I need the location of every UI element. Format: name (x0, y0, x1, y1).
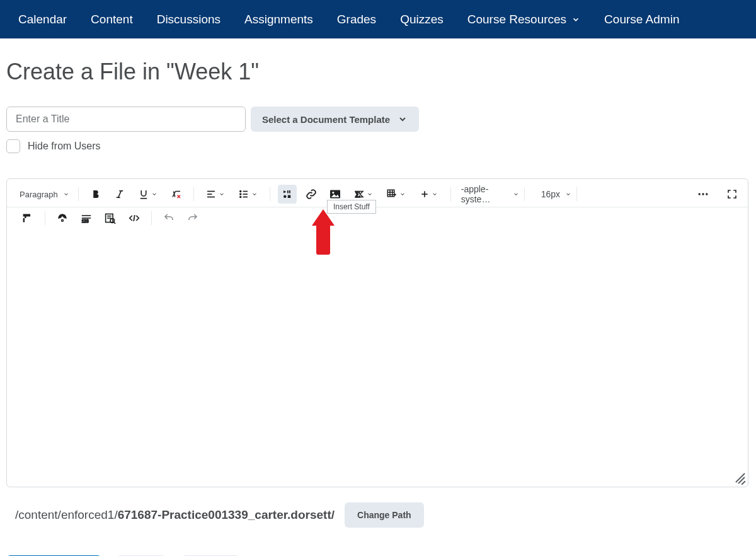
chevron-down-icon (399, 191, 406, 197)
chevron-down-icon (432, 191, 438, 197)
chevron-down-icon (151, 191, 158, 197)
svg-point-21 (332, 192, 334, 194)
nav-grades[interactable]: Grades (325, 0, 388, 38)
title-input[interactable] (6, 107, 246, 132)
svg-point-33 (699, 193, 701, 195)
word-count-button[interactable]: 123 (77, 209, 96, 228)
svg-point-34 (702, 193, 704, 195)
svg-point-10 (240, 194, 241, 195)
chevron-down-icon (398, 114, 408, 124)
preview-button[interactable] (101, 209, 120, 228)
bold-button[interactable] (86, 185, 105, 204)
clear-formatting-button[interactable] (167, 185, 186, 204)
editor-content-area[interactable] (7, 226, 748, 487)
nav-course-admin[interactable]: Course Admin (592, 0, 691, 38)
chevron-down-icon (565, 191, 571, 197)
format-label: Paragraph (20, 190, 58, 199)
svg-line-44 (114, 223, 115, 224)
format-selector[interactable]: Paragraph (16, 187, 73, 202)
svg-marker-15 (284, 190, 287, 194)
svg-rect-24 (387, 190, 394, 197)
chevron-down-icon (513, 191, 519, 197)
redo-button[interactable] (183, 209, 202, 228)
nav-content[interactable]: Content (79, 0, 145, 38)
svg-point-18 (284, 195, 287, 199)
nav-course-resources[interactable]: Course Resources (455, 0, 592, 38)
format-painter-button[interactable] (18, 209, 37, 228)
align-button[interactable] (202, 185, 229, 204)
svg-rect-17 (289, 190, 290, 194)
chevron-down-icon (219, 191, 225, 197)
file-path: /content/enforced1/671687-Practice001339… (15, 508, 335, 522)
nav-quizzes[interactable]: Quizzes (388, 0, 455, 38)
svg-point-9 (240, 191, 241, 192)
nav-calendar[interactable]: Calendar (6, 0, 79, 38)
insert-more-button[interactable] (415, 185, 443, 204)
nav-assignments[interactable]: Assignments (232, 0, 325, 38)
path-prefix: /content/enforced1/ (15, 508, 118, 521)
undo-button[interactable] (159, 209, 178, 228)
nav-discussions[interactable]: Discussions (145, 0, 232, 38)
path-folder: 671687-Practice001339_carter.dorsett/ (118, 508, 335, 521)
hide-checkbox[interactable] (6, 139, 20, 153)
font-size-label: 16px (530, 189, 565, 199)
fullscreen-button[interactable] (723, 185, 742, 204)
resize-handle[interactable] (735, 474, 745, 484)
top-navigation: Calendar Content Discussions Assignments… (0, 0, 756, 38)
template-button[interactable]: Select a Document Template (251, 107, 419, 132)
tooltip: Insert Stuff (327, 200, 376, 214)
italic-button[interactable] (110, 185, 129, 204)
more-options-button[interactable] (694, 185, 713, 204)
font-size-selector[interactable]: 16px (530, 189, 571, 199)
insert-stuff-button[interactable] (278, 185, 297, 204)
accessibility-check-button[interactable] (53, 209, 72, 228)
svg-line-0 (118, 191, 121, 198)
svg-text:123: 123 (82, 219, 89, 223)
toolbar-row-1: Paragraph (7, 179, 748, 207)
chevron-down-icon (251, 191, 258, 197)
svg-point-36 (62, 219, 64, 221)
template-label: Select a Document Template (262, 114, 390, 125)
chevron-down-icon (571, 15, 580, 24)
font-family-label: -apple-syste… (456, 184, 513, 204)
svg-point-11 (240, 197, 241, 198)
svg-point-35 (706, 193, 707, 195)
chevron-down-icon (63, 191, 69, 197)
table-button[interactable] (382, 185, 410, 204)
underline-button[interactable] (134, 185, 162, 204)
svg-rect-16 (287, 190, 289, 194)
list-button[interactable] (234, 185, 262, 204)
change-path-button[interactable]: Change Path (345, 502, 424, 528)
nav-label: Course Resources (467, 13, 566, 26)
link-button[interactable] (302, 185, 321, 204)
svg-rect-19 (287, 195, 290, 199)
source-code-button[interactable] (125, 209, 144, 228)
svg-text:Σ: Σ (355, 190, 360, 199)
font-family-selector[interactable]: -apple-syste… (456, 184, 519, 204)
rich-text-editor: Paragraph (6, 178, 748, 487)
chevron-down-icon (367, 191, 373, 197)
hide-label: Hide from Users (28, 141, 101, 152)
svg-line-45 (134, 215, 135, 221)
annotation-arrow-icon (312, 209, 335, 253)
page-title: Create a File in "Week 1" (6, 59, 750, 85)
